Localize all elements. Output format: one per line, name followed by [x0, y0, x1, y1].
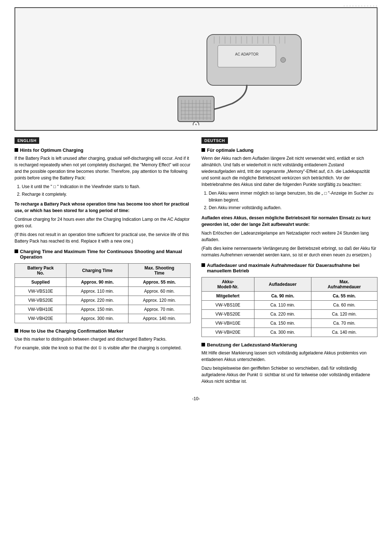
table-cell: VW-VBH10E	[202, 318, 254, 328]
list-item-1: Use it until the " □ " Indication in the…	[22, 183, 191, 190]
deutsch-section2: Aufladedauer und maximale Aufnahmedauer …	[201, 263, 377, 337]
english-lang-header: ENGLISH	[15, 137, 39, 144]
english-section2-title-text: Charging Time and Maximum Time for Conti…	[20, 249, 191, 260]
english-section3-body1: Use this marker to distinguish between c…	[15, 336, 191, 342]
table-cell: VW-VBS20E	[202, 309, 254, 318]
table-cell: Ca. 300 min.	[254, 328, 311, 337]
deutsch-section3-title: Benutzung der Ladezustand-Markierung	[201, 342, 377, 348]
table-cell: Ca. 220 min.	[254, 309, 311, 318]
deutsch-section1-title: Für optimale Ladung	[201, 147, 377, 153]
english-section3: How to Use the Charging Confirmation Mar…	[15, 328, 191, 351]
deutsch-section2-title-text: Aufladedauer und maximale Aufnahmedauer …	[207, 263, 377, 273]
table-cell: Approx. 300 min.	[66, 314, 128, 323]
deutsch-column: DEUTSCH Für optimale Ladung Wenn der Akk…	[201, 137, 377, 389]
english-section1-title-text: Hints for Optimum Charging	[20, 147, 83, 153]
english-section2-title: Charging Time and Maximum Time for Conti…	[15, 249, 191, 260]
english-section1-list: Use it until the " □ " Indication in the…	[22, 183, 191, 198]
col-header-shooting: Max. ShootingTime	[128, 264, 191, 278]
deutsch-charging-table: Akku-Modell-Nr. Aufladedauer Max.Aufnahm…	[201, 277, 377, 337]
table-cell: VW-VBS10E	[15, 287, 66, 296]
table-row: SuppliedApprox. 90 min.Approx. 55 min.	[15, 278, 191, 287]
table-row: VW-VBH10ECa. 150 min.Ca. 70 min.	[202, 318, 377, 328]
col-header-charging: Charging Time	[66, 264, 128, 278]
de-col-header-charging: Aufladedauer	[254, 277, 311, 291]
table-row: MitgeliefertCa. 90 min.Ca. 55 min.	[202, 291, 377, 300]
english-section1: Hints for Optimum Charging If the Batter…	[15, 147, 191, 244]
bullet-icon-de3	[201, 343, 205, 346]
bullet-icon	[15, 148, 18, 152]
table-cell: Ca. 70 min.	[311, 318, 377, 328]
table-cell: Approx. 90 min.	[66, 278, 128, 287]
de-col-header-shooting: Max.Aufnahmedauer	[311, 277, 377, 291]
english-section1-bold: To recharge a Battery Pack whose operati…	[15, 201, 191, 214]
english-section1-body2: Continue charging for 24 hours even afte…	[15, 216, 191, 229]
table-cell: VW-VBH20E	[202, 328, 254, 337]
list-item-2: Recharge it completely.	[22, 191, 191, 198]
table-row: VW-VBH10EApprox. 150 min.Approx. 70 min.	[15, 305, 191, 314]
deutsch-section2-title: Aufladedauer und maximale Aufnahmedauer …	[201, 263, 377, 273]
english-charging-table: Battery PackNo. Charging Time Max. Shoot…	[15, 263, 191, 323]
deutsch-section1: Für optimale Ladung Wenn der Akku nach d…	[201, 147, 377, 258]
table-cell: VW-VBH20E	[15, 314, 66, 323]
device-illustration: AC ADAPTOR 1	[15, 7, 377, 131]
col-header-pack: Battery PackNo.	[15, 264, 66, 278]
deutsch-section1-body2: Nach Erlöschen der Ladeanzeigelampe am N…	[201, 230, 377, 243]
table-cell: VW-VBS20E	[15, 296, 66, 305]
table-row: VW-VBH20ECa. 300 min.Ca. 140 min.	[202, 328, 377, 337]
table-row: VW-VBS10ECa. 110 min.Ca. 60 min.	[202, 300, 377, 309]
table-cell: Approx. 120 min.	[128, 296, 191, 305]
bullet-icon-2	[15, 249, 18, 253]
table-cell: Approx. 220 min.	[66, 296, 128, 305]
content-columns: ENGLISH Hints for Optimum Charging If th…	[15, 137, 377, 389]
english-section3-body2: For example, slide the knob so that the …	[15, 345, 191, 351]
table-cell: Approx. 60 min.	[128, 287, 191, 296]
bullet-icon-3	[15, 329, 18, 333]
english-column: ENGLISH Hints for Optimum Charging If th…	[15, 137, 191, 389]
svg-text:AC ADAPTOR: AC ADAPTOR	[235, 52, 258, 56]
english-section2: Charging Time and Maximum Time for Conti…	[15, 249, 191, 323]
deutsch-section1-body1: Wenn der Akku nach dem Aufladen längere …	[201, 155, 377, 188]
table-cell: Ca. 140 min.	[311, 328, 377, 337]
deutsch-section1-body3: (Falls dies keine nennenswerte Verlänger…	[201, 245, 377, 258]
deutsch-section1-title-text: Für optimale Ladung	[207, 147, 254, 153]
table-cell: Approx. 110 min.	[66, 287, 128, 296]
deutsch-section3-body1: Mit Hilfe dieser Markierung lassen sich …	[201, 350, 377, 363]
de-list-item-1: Den Akku wenn immer möglich so lange ben…	[209, 190, 377, 204]
table-cell: Ca. 60 min.	[311, 300, 377, 309]
english-section1-body1: If the Battery Pack is left unused after…	[15, 155, 191, 181]
deutsch-section1-bold: Aufladen eines Akkus, dessen mögliche Be…	[201, 215, 377, 228]
bullet-icon-de1	[201, 148, 205, 152]
table-cell: VW-VBS10E	[202, 300, 254, 309]
page-wrapper: - - - - - - - - - - - - AC ADAPTOR	[0, 0, 392, 416]
deutsch-section3-body2: Dazu beispielsweise den geriffelten Schi…	[201, 365, 377, 385]
svg-text:1: 1	[195, 123, 197, 125]
english-section1-body3: (If this does not result in an operation…	[15, 231, 191, 244]
svg-rect-15	[218, 45, 276, 67]
de-list-item-2: Den Akku immer vollständig aufladen.	[209, 204, 377, 211]
table-cell: Approx. 140 min.	[128, 314, 191, 323]
table-cell: Supplied	[15, 278, 66, 287]
table-row: VW-VBS20EApprox. 220 min.Approx. 120 min…	[15, 296, 191, 305]
deutsch-section1-list: Den Akku wenn immer möglich so lange ben…	[209, 190, 377, 212]
table-cell: Ca. 120 min.	[311, 309, 377, 318]
table-cell: Ca. 110 min.	[254, 300, 311, 309]
table-row: VW-VBS10EApprox. 110 min.Approx. 60 min.	[15, 287, 191, 296]
table-cell: Ca. 150 min.	[254, 318, 311, 328]
table-cell: Approx. 150 min.	[66, 305, 128, 314]
table-row: VW-VBH20EApprox. 300 min.Approx. 140 min…	[15, 314, 191, 323]
deutsch-section3: Benutzung der Ladezustand-Markierung Mit…	[201, 342, 377, 385]
table-row: VW-VBS20ECa. 220 min.Ca. 120 min.	[202, 309, 377, 318]
table-cell: Mitgeliefert	[202, 291, 254, 300]
table-cell: VW-VBH10E	[15, 305, 66, 314]
english-section1-title: Hints for Optimum Charging	[15, 147, 191, 153]
table-cell: Ca. 90 min.	[254, 291, 311, 300]
deutsch-lang-header: DEUTSCH	[201, 137, 228, 144]
de-col-header-pack: Akku-Modell-Nr.	[202, 277, 254, 291]
page-number: -10-	[15, 396, 377, 401]
table-cell: Ca. 55 min.	[311, 291, 377, 300]
deutsch-section3-title-text: Benutzung der Ladezustand-Markierung	[207, 342, 297, 348]
english-section3-title: How to Use the Charging Confirmation Mar…	[15, 328, 191, 334]
table-cell: Approx. 55 min.	[128, 278, 191, 287]
bullet-icon-de2	[201, 263, 205, 267]
svg-point-17	[281, 57, 286, 62]
